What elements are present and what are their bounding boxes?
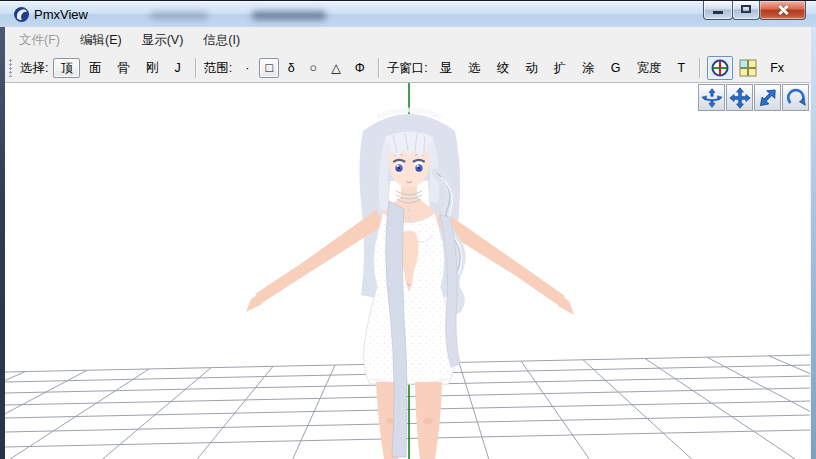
- orbit-camera-icon: [701, 87, 723, 109]
- range-delta-button[interactable]: δ: [281, 58, 301, 79]
- select-vertex-button[interactable]: 顶: [53, 58, 80, 79]
- redacted-text: [252, 11, 326, 20]
- title-bar: PmxView: [0, 0, 816, 27]
- pan-camera-button[interactable]: [726, 84, 753, 111]
- window-border-left: [0, 27, 5, 459]
- close-button[interactable]: [759, 1, 806, 20]
- toolbar-separator: [699, 58, 700, 78]
- close-icon: [777, 4, 789, 16]
- local-axis-button[interactable]: [707, 56, 733, 80]
- range-circle-button[interactable]: ○: [303, 58, 323, 79]
- select-face-button[interactable]: 面: [82, 58, 109, 79]
- menu-file[interactable]: 文件(F): [9, 28, 70, 53]
- menu-view[interactable]: 显示(V): [132, 28, 194, 53]
- select-group-label: 选择:: [20, 60, 48, 77]
- pmxview-logo-icon: [13, 6, 30, 23]
- zoom-camera-button[interactable]: [754, 84, 781, 111]
- maximize-icon: [741, 5, 751, 13]
- select-rigid-button[interactable]: 刚: [139, 58, 166, 79]
- toolbar-separator: [195, 58, 196, 78]
- menu-info[interactable]: 信息(I): [193, 28, 250, 53]
- minimize-button[interactable]: [703, 1, 733, 20]
- rotate-camera-icon: [785, 87, 807, 109]
- subwindow-extend-button[interactable]: 扩: [547, 58, 574, 79]
- window-title: PmxView: [34, 7, 88, 22]
- rotate-camera-button[interactable]: [782, 84, 809, 111]
- material-view-button[interactable]: [735, 56, 761, 80]
- redacted-text: [150, 11, 208, 20]
- toolbar-separator: [378, 58, 379, 78]
- range-triangle-button[interactable]: △: [325, 58, 347, 79]
- subwindow-display-button[interactable]: 显: [433, 58, 460, 79]
- zoom-camera-icon: [757, 87, 779, 109]
- toolbar-gripper[interactable]: [9, 59, 13, 77]
- subwindow-paint-button[interactable]: 涂: [575, 58, 602, 79]
- subwindow-width-button[interactable]: 宽度: [630, 58, 669, 79]
- range-phi-button[interactable]: Φ: [349, 58, 371, 79]
- subwindow-t-button[interactable]: T: [671, 58, 693, 79]
- viewport-nav-buttons: [697, 84, 809, 111]
- pan-camera-icon: [729, 87, 751, 109]
- maximize-button[interactable]: [732, 1, 760, 20]
- pmxview-window: PmxView 文件(F) 编辑(E) 显示(V) 信息(I) 选择: 顶 面 …: [0, 0, 816, 459]
- range-group-label: 范围:: [204, 60, 232, 77]
- range-box-button[interactable]: □: [259, 58, 279, 79]
- window-controls: [704, 1, 806, 20]
- local-axis-icon: [710, 58, 730, 78]
- select-bone-button[interactable]: 骨: [110, 58, 137, 79]
- subwindow-select-button[interactable]: 选: [461, 58, 488, 79]
- menu-edit[interactable]: 编辑(E): [70, 28, 132, 53]
- 3d-scene: [5, 83, 810, 459]
- orbit-camera-button[interactable]: [698, 84, 725, 111]
- minimize-icon: [713, 11, 723, 14]
- toolbar: 选择: 顶 面 骨 刚 J 范围: · □ δ ○ △ Φ 子窗口: 显 选 绞…: [5, 54, 810, 83]
- subwindow-weight-button[interactable]: 绞: [490, 58, 517, 79]
- window-border-right: [810, 27, 816, 459]
- select-joint-button[interactable]: J: [167, 58, 187, 79]
- fx-button[interactable]: Fx: [763, 58, 791, 79]
- subwindow-group-label: 子窗口:: [387, 60, 428, 77]
- 3d-viewport[interactable]: [5, 83, 810, 459]
- material-view-icon: [739, 59, 757, 77]
- subwindow-motion-button[interactable]: 动: [518, 58, 545, 79]
- range-point-button[interactable]: ·: [237, 58, 257, 79]
- menu-bar: 文件(F) 编辑(E) 显示(V) 信息(I): [5, 27, 810, 54]
- subwindow-g-button[interactable]: G: [604, 58, 628, 79]
